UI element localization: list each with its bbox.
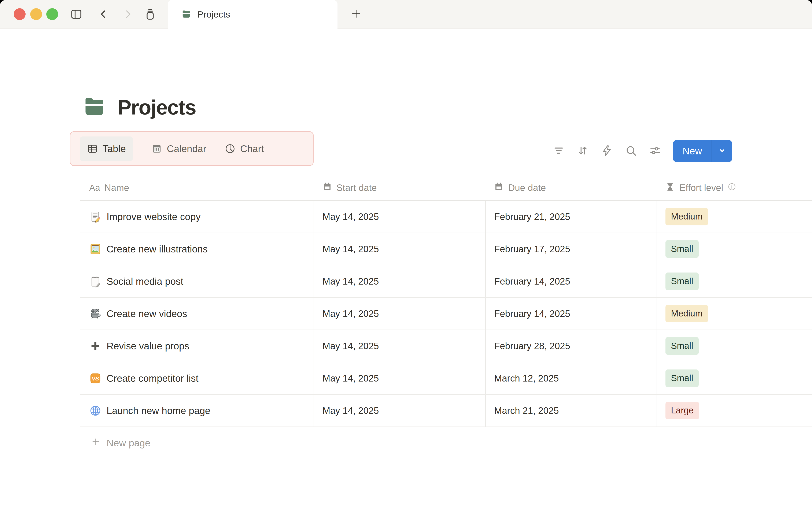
cell-effort-level[interactable]: Small [657,362,812,394]
memo-icon [89,211,101,223]
column-header-due-date[interactable]: Due date [485,182,657,194]
cell-due-date[interactable]: March 12, 2025 [485,362,657,394]
filter-button[interactable] [553,145,565,157]
column-header-effort-level[interactable]: Effort level [657,182,812,194]
cell-due-date[interactable]: February 28, 2025 [485,330,657,362]
new-button-dropdown[interactable] [712,140,732,162]
cell-start-date[interactable]: May 14, 2025 [314,298,485,330]
new-tab-button[interactable] [349,7,363,21]
plus-icon [350,8,362,20]
search-button[interactable] [625,145,637,157]
table-row[interactable]: Revise value propsMay 14, 2025February 2… [80,330,812,362]
traffic-light-zoom-button[interactable] [46,8,58,20]
calendar-view-icon [151,143,162,154]
cell-start-date[interactable]: May 14, 2025 [314,395,485,427]
cell-name[interactable]: Create new videos [80,298,314,330]
page-name[interactable]: Create new videos [107,308,187,320]
automations-button[interactable] [601,145,613,157]
column-label: Effort level [679,182,723,193]
column-header-start-date[interactable]: Start date [314,182,485,194]
cell-start-date[interactable]: May 14, 2025 [314,201,485,233]
sidebar-toggle-button[interactable] [69,7,83,21]
sort-button[interactable] [577,145,589,157]
table-row[interactable]: Create new illustrationsMay 14, 2025Febr… [80,233,812,265]
due-date-value: March 12, 2025 [494,373,559,384]
cell-name[interactable]: Revise value props [80,330,314,362]
text-icon: Aa [89,183,100,193]
cell-due-date[interactable]: March 21, 2025 [485,395,657,427]
cell-due-date[interactable]: February 14, 2025 [485,298,657,330]
effort-pill: Medium [665,305,708,322]
traffic-light-close-button[interactable] [14,8,26,20]
folder-icon[interactable] [82,95,107,120]
chevron-right-icon [122,8,134,20]
cell-start-date[interactable]: May 14, 2025 [314,330,485,362]
due-date-value: February 14, 2025 [494,276,570,287]
new-button-label: New [682,145,702,157]
table-row[interactable]: Improve website copyMay 14, 2025February… [80,201,812,233]
vs-icon: VS [89,372,101,385]
cell-start-date[interactable]: May 14, 2025 [314,265,485,297]
cell-name[interactable]: Improve website copy [80,201,314,233]
tab-table-view[interactable]: Table [80,136,133,161]
notepad-icon [89,275,101,287]
plus-icon [89,340,101,352]
window-titlebar: Projects [0,0,812,29]
cell-due-date[interactable]: February 21, 2025 [485,201,657,233]
new-button[interactable]: New [673,140,712,162]
cell-name[interactable]: Create new illustrations [80,233,314,265]
page-name[interactable]: Launch new home page [107,405,210,416]
cell-effort-level[interactable]: Medium [657,298,812,330]
filter-icon [553,145,565,158]
tab-projects[interactable]: Projects [168,0,338,29]
calendar-icon [494,182,504,194]
forward-button[interactable] [121,7,135,21]
cell-effort-level[interactable]: Small [657,330,812,362]
page-header: Projects [82,95,196,120]
table-row[interactable]: Social media postMay 14, 2025February 14… [80,265,812,298]
due-date-value: February 14, 2025 [494,308,570,319]
sidebar-icon [70,8,83,20]
calendar-icon [322,182,332,194]
pie-chart-view-icon [224,143,236,154]
cell-start-date[interactable]: May 14, 2025 [314,362,485,394]
search-icon [625,145,637,158]
cell-effort-level[interactable]: Small [657,233,812,265]
page-name[interactable]: Improve website copy [107,211,201,222]
new-page-button[interactable]: New page [80,427,812,459]
table-header-row: Aa Name Start date Due date Effort level [80,175,812,201]
start-date-value: May 14, 2025 [322,308,379,319]
table-rows: Improve website copyMay 14, 2025February… [80,201,812,427]
tab-chart-view[interactable]: Chart [224,136,264,161]
page-name[interactable]: Revise value props [107,340,189,352]
cell-effort-level[interactable]: Large [657,395,812,427]
new-split-button: New [673,140,732,162]
page-title[interactable]: Projects [117,97,196,118]
back-button[interactable] [97,7,110,21]
cell-start-date[interactable]: May 14, 2025 [314,233,485,265]
table-row[interactable]: Create new videosMay 14, 2025February 14… [80,298,812,330]
table-row[interactable]: VSCreate competitor listMay 14, 2025Marc… [80,362,812,395]
cell-due-date[interactable]: February 14, 2025 [485,265,657,297]
cell-effort-level[interactable]: Medium [657,201,812,233]
page-name[interactable]: Social media post [107,276,183,287]
page-name[interactable]: Create competitor list [107,373,199,384]
traffic-light-minimize-button[interactable] [30,8,42,20]
tabs-menu-button[interactable] [143,7,157,21]
cell-name[interactable]: VSCreate competitor list [80,362,314,394]
hourglass-icon [665,182,675,194]
tab-calendar-view[interactable]: Calendar [151,136,206,161]
effort-pill: Large [665,402,699,419]
cell-effort-level[interactable]: Small [657,265,812,297]
view-settings-button[interactable] [649,145,661,157]
info-icon[interactable] [727,182,736,193]
database-table: Aa Name Start date Due date Effort level… [80,175,812,459]
folder-icon [181,9,191,20]
column-header-name[interactable]: Aa Name [80,182,314,193]
cell-name[interactable]: Launch new home page [80,395,314,427]
table-row[interactable]: Launch new home pageMay 14, 2025March 21… [80,395,812,427]
view-tab-label: Table [103,143,126,155]
page-name[interactable]: Create new illustrations [107,243,208,255]
cell-due-date[interactable]: February 17, 2025 [485,233,657,265]
cell-name[interactable]: Social media post [80,265,314,297]
